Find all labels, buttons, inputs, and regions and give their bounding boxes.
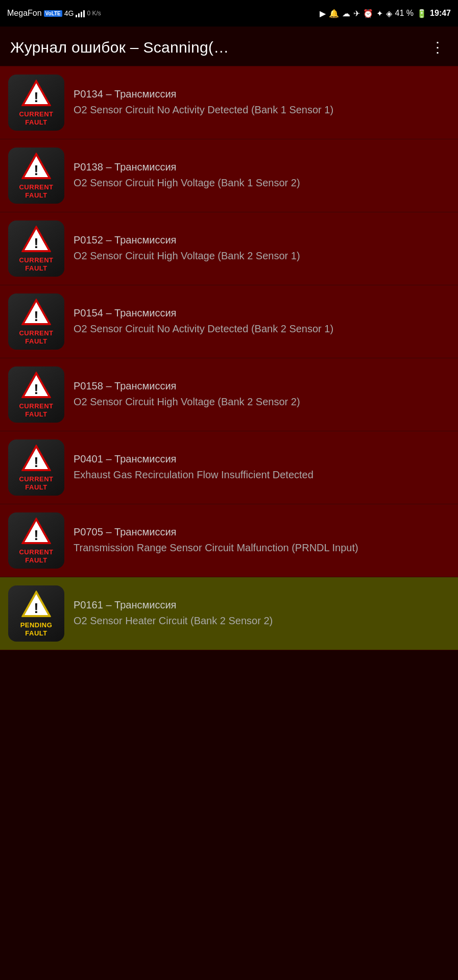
battery-percent: 41 %	[395, 9, 414, 18]
fault-item-3[interactable]: ! CURRENTFAULT P0152 – Трансмиссия O2 Se…	[0, 212, 458, 285]
warning-icon-1: !	[20, 79, 52, 107]
badge-label-5: CURRENTFAULT	[19, 402, 53, 418]
fault-list: ! CURRENTFAULT P0134 – Трансмиссия O2 Se…	[0, 66, 458, 650]
fault-code-6: P0401 – Трансмиссия	[74, 453, 450, 465]
status-bar-right: ▶ 🔔 ☁ ✈ ⏰ ✦ ◈ 41 % 🔋 19:47	[320, 9, 451, 18]
fault-description-8: O2 Sensor Heater Circuit (Bank 2 Sensor …	[74, 614, 450, 628]
fault-badge-5: ! CURRENTFAULT	[8, 366, 64, 423]
badge-label-6: CURRENTFAULT	[19, 475, 53, 491]
speed-indicator: 0 K/s	[87, 10, 101, 17]
fault-description-2: O2 Sensor Circuit High Voltage (Bank 1 S…	[74, 176, 450, 190]
badge-label-2: CURRENTFAULT	[19, 183, 53, 199]
fault-info-6: P0401 – Трансмиссия Exhaust Gas Recircul…	[74, 453, 450, 482]
fault-code-5: P0158 – Трансмиссия	[74, 380, 450, 392]
warning-icon-6: !	[20, 444, 52, 472]
warning-icon-4: !	[20, 298, 52, 326]
fault-info-8: P0161 – Трансмиссия O2 Sensor Heater Cir…	[74, 599, 450, 628]
fault-item-7[interactable]: ! CURRENTFAULT P0705 – Трансмиссия Trans…	[0, 504, 458, 577]
fault-description-4: O2 Sensor Circuit No Activity Detected (…	[74, 322, 450, 336]
svg-text:!: !	[34, 600, 38, 616]
fault-description-3: O2 Sensor Circuit High Voltage (Bank 2 S…	[74, 249, 450, 263]
cloud-icon: ☁	[342, 9, 350, 18]
badge-label-4: CURRENTFAULT	[19, 329, 53, 345]
fault-code-1: P0134 – Трансмиссия	[74, 88, 450, 100]
fault-info-2: P0138 – Трансмиссия O2 Sensor Circuit Hi…	[74, 161, 450, 190]
svg-text:!: !	[34, 527, 38, 543]
notification-icon: 🔔	[329, 9, 339, 18]
fault-item-6[interactable]: ! CURRENTFAULT P0401 – Трансмиссия Exhau…	[0, 431, 458, 504]
fault-badge-8: ! PENDINGFAULT	[8, 585, 64, 642]
generation-badge: 4G	[64, 9, 74, 17]
warning-icon-5: !	[20, 371, 52, 399]
svg-text:!: !	[34, 308, 38, 324]
clock: 19:47	[430, 9, 451, 18]
fault-description-7: Transmission Range Sensor Circuit Malfun…	[74, 541, 450, 555]
svg-text:!: !	[34, 89, 38, 105]
fault-code-4: P0154 – Трансмиссия	[74, 307, 450, 319]
fault-badge-3: ! CURRENTFAULT	[8, 220, 64, 277]
badge-label-7: CURRENTFAULT	[19, 548, 53, 564]
battery-icon: 🔋	[417, 9, 427, 18]
alarm-icon: ⏰	[363, 9, 373, 18]
warning-icon-2: !	[20, 152, 52, 180]
fault-code-3: P0152 – Трансмиссия	[74, 234, 450, 246]
fault-info-3: P0152 – Трансмиссия O2 Sensor Circuit Hi…	[74, 234, 450, 263]
badge-label-1: CURRENTFAULT	[19, 110, 53, 126]
warning-icon-8: !	[20, 590, 52, 618]
fault-description-5: O2 Sensor Circuit High Voltage (Bank 2 S…	[74, 395, 450, 409]
signal-bars	[76, 9, 85, 17]
fault-info-4: P0154 – Трансмиссия O2 Sensor Circuit No…	[74, 307, 450, 336]
carrier-name: MegaFon	[7, 9, 42, 18]
page-title: Журнал ошибок – Scanning(…	[10, 39, 229, 56]
badge-label-8: PENDINGFAULT	[20, 621, 53, 637]
status-bar-left: MegaFon VoLTE 4G 0 K/s	[7, 9, 101, 18]
bluetooth-icon: ✦	[376, 9, 383, 18]
fault-description-1: O2 Sensor Circuit No Activity Detected (…	[74, 103, 450, 117]
fault-code-8: P0161 – Трансмиссия	[74, 599, 450, 611]
badge-label-3: CURRENTFAULT	[19, 256, 53, 272]
svg-text:!: !	[34, 162, 38, 178]
overflow-menu-button[interactable]: ⋮	[427, 36, 448, 59]
location-icon: ◈	[386, 9, 392, 18]
fault-info-7: P0705 – Трансмиссия Transmission Range S…	[74, 526, 450, 555]
app-header: Журнал ошибок – Scanning(… ⋮	[0, 27, 458, 66]
youtube-icon: ▶	[320, 9, 326, 18]
fault-item-5[interactable]: ! CURRENTFAULT P0158 – Трансмиссия O2 Se…	[0, 358, 458, 431]
fault-item-4[interactable]: ! CURRENTFAULT P0154 – Трансмиссия O2 Se…	[0, 285, 458, 358]
telegram-icon: ✈	[353, 9, 360, 18]
fault-info-1: P0134 – Трансмиссия O2 Sensor Circuit No…	[74, 88, 450, 117]
fault-badge-1: ! CURRENTFAULT	[8, 75, 64, 131]
fault-item-1[interactable]: ! CURRENTFAULT P0134 – Трансмиссия O2 Se…	[0, 66, 458, 139]
warning-icon-7: !	[20, 517, 52, 545]
fault-code-2: P0138 – Трансмиссия	[74, 161, 450, 173]
fault-badge-4: ! CURRENTFAULT	[8, 293, 64, 350]
status-bar: MegaFon VoLTE 4G 0 K/s ▶ 🔔 ☁ ✈ ⏰ ✦ ◈ 41 …	[0, 0, 458, 27]
fault-badge-2: ! CURRENTFAULT	[8, 148, 64, 204]
fault-item-2[interactable]: ! CURRENTFAULT P0138 – Трансмиссия O2 Se…	[0, 139, 458, 212]
fault-badge-6: ! CURRENTFAULT	[8, 439, 64, 496]
fault-description-6: Exhaust Gas Recirculation Flow Insuffici…	[74, 468, 450, 482]
fault-badge-7: ! CURRENTFAULT	[8, 512, 64, 569]
fault-info-5: P0158 – Трансмиссия O2 Sensor Circuit Hi…	[74, 380, 450, 409]
volte-badge: VoLTE	[44, 10, 62, 17]
warning-icon-3: !	[20, 225, 52, 253]
fault-code-7: P0705 – Трансмиссия	[74, 526, 450, 538]
svg-text:!: !	[34, 381, 38, 397]
svg-text:!: !	[34, 235, 38, 251]
svg-text:!: !	[34, 454, 38, 470]
fault-item-8[interactable]: ! PENDINGFAULT P0161 – Трансмиссия O2 Se…	[0, 577, 458, 650]
